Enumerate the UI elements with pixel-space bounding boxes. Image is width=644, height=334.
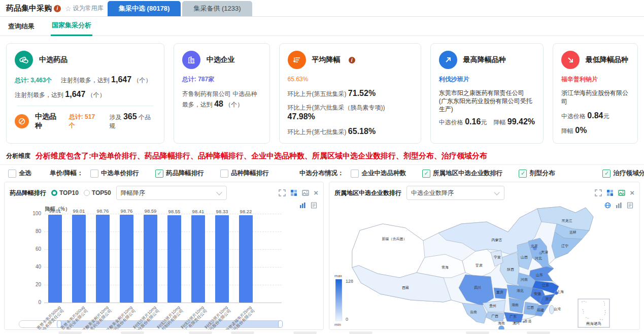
province-label: 内蒙古: [492, 238, 502, 242]
inset-label: 南海诸岛: [586, 321, 601, 326]
checkbox-group2-1[interactable]: ✓所属地区中选企业数排行: [422, 169, 503, 178]
drop-value: 0%: [575, 126, 587, 135]
tab-jicai-beigong[interactable]: 集采备供 (1233): [182, 1, 252, 16]
province-label: 广西: [491, 314, 498, 318]
checkbox-group2-2[interactable]: ✓剂型分布: [519, 169, 555, 178]
data-table-icon[interactable]: [311, 202, 317, 209]
province-33[interactable]: [499, 326, 504, 330]
next-row-sliver: [466, 331, 489, 334]
checkbox-group2-0[interactable]: ✓企业中选品种数: [351, 169, 406, 178]
y-axis-tick: 20: [28, 282, 41, 287]
card-title: 中选企业: [207, 55, 235, 64]
bar-7[interactable]: [215, 215, 229, 303]
province-label: 山西: [521, 255, 528, 259]
fullscreen-icon[interactable]: [595, 189, 602, 196]
fullscreen-icon[interactable]: [279, 189, 286, 196]
y-axis-tick: 0: [28, 299, 41, 305]
bar-chart-icon[interactable]: [299, 202, 306, 209]
next-row-sliver: [349, 331, 372, 334]
close-icon[interactable]: ×: [314, 190, 318, 196]
highest-drug-name: 利伐沙班片: [439, 76, 469, 83]
bar-3[interactable]: [120, 215, 133, 303]
variety-value: 365: [123, 112, 137, 121]
bar-1[interactable]: [72, 215, 86, 303]
arrow-down-right-icon: [561, 51, 580, 69]
legend-min-label: min: [334, 322, 341, 327]
radio-top10[interactable]: TOP10: [51, 189, 79, 196]
province-label: 香港: [524, 319, 532, 323]
close-icon[interactable]: ×: [630, 190, 634, 196]
checkbox-label: 药品降幅排行: [166, 169, 204, 178]
checkbox-icon: ✓: [8, 170, 16, 178]
enterprise-desc-value: 48: [214, 99, 223, 108]
bar-0[interactable]: [48, 215, 62, 303]
set-favorite-label[interactable]: 设为常用库: [73, 4, 104, 13]
province-label: 河北: [534, 256, 542, 260]
switch-view-icon[interactable]: [606, 189, 614, 196]
y-axis-tick: 40: [28, 264, 41, 270]
switch-view-icon[interactable]: [290, 189, 297, 196]
bar-5[interactable]: [167, 215, 181, 303]
tab-jicai-zhongxuan[interactable]: 集采中选 (80178): [108, 1, 181, 16]
checkbox-group1-1[interactable]: ✓药品降幅排行: [155, 169, 204, 178]
bar-2[interactable]: [96, 215, 110, 303]
page-title: 药品集中采购: [6, 4, 52, 13]
info-icon[interactable]: i: [54, 5, 61, 12]
sort-order-value: 降幅降序: [121, 189, 145, 197]
arrow-up-right-icon: [439, 51, 457, 69]
drop-value: 99.42%: [507, 117, 535, 126]
main-tabs: 集采中选 (80178) 集采备供 (1233): [108, 1, 252, 16]
legend-gradient-bar: [335, 279, 342, 321]
avg-line-value: 65.18%: [348, 127, 376, 136]
scrollbar-handle-right[interactable]: [278, 320, 283, 328]
variety-title: 中选品种: [35, 112, 63, 130]
radio-top50[interactable]: TOP50: [84, 189, 111, 196]
export-image-icon[interactable]: [618, 189, 625, 196]
map-sort-select[interactable]: 中选企业数降序: [406, 186, 504, 200]
province-label: 四川: [474, 286, 481, 290]
province-label: 青海: [442, 265, 449, 270]
chevron-down-icon: [494, 189, 499, 195]
subtab-query-results[interactable]: 查询结果: [7, 17, 36, 36]
price-unit: 元: [603, 113, 609, 120]
province-label: 甘肃: [475, 263, 483, 267]
group-distribution-label: 中选分布情况：: [299, 169, 344, 178]
map-sort-value: 中选企业数降序: [411, 189, 454, 197]
china-choropleth-map[interactable]: 新疆（含兵团）西藏青海甘肃内蒙古黑龙江吉林辽宁河北北京天津山西山东河南陕西宁夏江…: [329, 203, 640, 329]
pills-icon: [15, 51, 33, 69]
province-label: 江西: [527, 306, 534, 310]
highest-company-2: (广东东阳光药业股份有限公司受托生产): [439, 97, 535, 113]
checkbox-group2-3[interactable]: ✓治疗领域分布: [602, 169, 644, 178]
variety-total: 总计: 517个: [69, 113, 100, 130]
drug-total: 总计: 3,463个: [15, 77, 52, 84]
lowest-company: 浙江华海药业股份有限公司: [561, 89, 629, 106]
enterprise-desc-suffix: （个）: [223, 101, 243, 108]
sort-order-select[interactable]: 降幅降序: [116, 186, 227, 200]
bar-value-label: 99.01: [68, 208, 90, 214]
info-icon[interactable]: i: [349, 57, 355, 63]
group-price-drop-label: 单价/降幅：: [50, 169, 83, 178]
checkbox-group1-2[interactable]: ✓品种降幅排行: [220, 169, 269, 178]
dimension-text: 分析维度包含了:中选单价排行、药品降幅排行、品种降幅排行、企业中选品种数、所属区…: [36, 151, 487, 161]
bar-value-label: 98.76: [116, 208, 138, 214]
province-label: 上海: [557, 290, 564, 294]
price-value: 0.16: [465, 117, 481, 126]
checkbox-group1-0[interactable]: ✓中选单价排行: [90, 169, 139, 178]
drug-line2-value: 1,647: [65, 90, 85, 98]
sub-tabs: 查询结果 国家集采分析: [0, 17, 644, 36]
bar-8[interactable]: [239, 215, 253, 303]
export-image-icon[interactable]: [302, 189, 309, 196]
next-row-sliver: [231, 331, 254, 334]
card-selected-drugs: 中选药品 总计: 3,463个 注射剂最多，达到 1,647 （个） 注射剂最多…: [6, 43, 164, 144]
bar-6[interactable]: [191, 215, 205, 303]
bar-4[interactable]: [144, 215, 157, 303]
star-icon[interactable]: ☆: [65, 5, 72, 13]
checkbox-label: 所属地区中选企业数排行: [433, 169, 503, 178]
top-bar: 药品集中采购 i ☆ 设为常用库 集采中选 (80178) 集采备供 (1233…: [0, 0, 644, 17]
checkbox-icon: ✓: [155, 170, 163, 178]
subtab-national-analysis[interactable]: 国家集采分析: [51, 16, 92, 36]
province-label: 新疆（含兵团）: [382, 237, 407, 241]
checkbox-select-all[interactable]: ✓全选: [8, 169, 31, 178]
bar-value-label: 98.59: [140, 208, 162, 214]
avg-drop-value: 65.63%: [288, 76, 309, 83]
